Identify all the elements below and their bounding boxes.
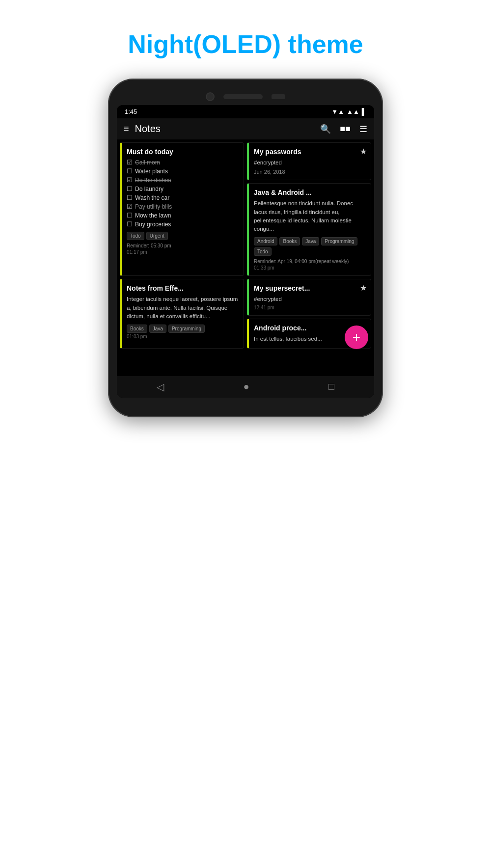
- note-title: Java & Android ...: [254, 189, 366, 196]
- note-card-java-android[interactable]: Java & Android ... Pellentesque non tinc…: [247, 183, 371, 276]
- phone-top-bar: [117, 87, 374, 105]
- note-reminder: Reminder: Apr 19, 04:00 pm(repeat weekly…: [254, 259, 366, 264]
- note-reminder: Reminder: 05:30 pm: [127, 243, 239, 248]
- checkbox-icon: ☐: [127, 212, 133, 219]
- checkbox-icon: ☑: [127, 203, 133, 210]
- note-card-my-passwords[interactable]: ★ My passwords #encrypted Jun 26, 2018: [247, 142, 371, 180]
- tag-java: Java: [149, 325, 166, 333]
- fingerprint-sensor: [272, 94, 285, 99]
- home-button[interactable]: ●: [243, 381, 249, 392]
- todo-item: ☐ Buy groceries: [127, 220, 239, 228]
- phone-bottom: [117, 398, 374, 408]
- search-icon[interactable]: 🔍: [320, 124, 331, 135]
- todo-item: ☑ Pay utility bills: [127, 203, 239, 210]
- todo-item: ☑ Call mom: [127, 159, 239, 166]
- tag-todo: Todo: [254, 247, 272, 256]
- fab-add-button[interactable]: +: [345, 326, 368, 349]
- phone-shell: 1:45 ▼▲ ▲▲ ▌ ≡ Notes 🔍 ■■ ☰ Must do toda…: [108, 79, 383, 417]
- note-tags: Todo Urgent: [127, 232, 239, 240]
- phone-screen: 1:45 ▼▲ ▲▲ ▌ ≡ Notes 🔍 ■■ ☰ Must do toda…: [117, 105, 374, 398]
- status-bar: 1:45 ▼▲ ▲▲ ▌: [117, 105, 374, 118]
- note-time: 01:33 pm: [254, 265, 366, 271]
- note-title: Must do today: [127, 148, 239, 156]
- checkbox-icon: ☐: [127, 220, 133, 228]
- note-tags: Books Java Programming: [127, 325, 239, 333]
- signal-icon: ▲▲: [347, 108, 359, 115]
- tag-programming: Programming: [168, 325, 205, 333]
- app-bar: ≡ Notes 🔍 ■■ ☰: [117, 118, 374, 139]
- speaker: [223, 94, 263, 99]
- tag-books: Books: [127, 325, 147, 333]
- note-card-my-supersecret[interactable]: ★ My supersecret... #encrypted 12:41 pm: [247, 279, 371, 315]
- star-icon: ★: [360, 147, 367, 156]
- note-time: 01:17 pm: [127, 249, 239, 255]
- app-bar-actions: 🔍 ■■ ☰: [320, 124, 367, 135]
- status-time: 1:45: [125, 108, 137, 115]
- tag-urgent: Urgent: [146, 232, 168, 240]
- todo-item: ☐ Mow the lawn: [127, 212, 239, 219]
- sort-icon[interactable]: ☰: [359, 124, 367, 135]
- note-title: My passwords: [254, 148, 366, 156]
- note-tags: Android Books Java Programming Todo: [254, 237, 366, 256]
- tag-todo: Todo: [127, 232, 144, 240]
- note-time: 01:03 pm: [127, 334, 239, 339]
- theme-title: Night(OLED) theme: [128, 29, 363, 59]
- star-icon: ★: [360, 283, 367, 293]
- fab-container: +: [117, 352, 374, 376]
- menu-icon[interactable]: ≡: [124, 124, 129, 134]
- notes-grid: Must do today ☑ Call mom ☐ Water plants …: [117, 139, 374, 352]
- note-time: 12:41 pm: [254, 305, 366, 310]
- note-card-must-do-today[interactable]: Must do today ☑ Call mom ☐ Water plants …: [120, 142, 244, 276]
- tag-android: Android: [254, 237, 277, 245]
- todo-item: ☐ Water plants: [127, 167, 239, 175]
- note-body: Integer iaculis neque laoreet, posuere i…: [127, 295, 239, 321]
- app-bar-title: Notes: [135, 123, 315, 135]
- todo-item: ☐ Do laundry: [127, 185, 239, 192]
- note-body: Pellentesque non tincidunt nulla. Donec …: [254, 199, 366, 233]
- checkbox-icon: ☐: [127, 167, 133, 175]
- tag-programming: Programming: [321, 237, 357, 245]
- camera: [206, 92, 215, 101]
- note-body: #encrypted: [254, 159, 366, 167]
- wifi-icon: ▼▲: [331, 108, 344, 115]
- note-title: Notes from Effe...: [127, 284, 239, 292]
- note-body: #encrypted: [254, 295, 366, 303]
- recents-button[interactable]: □: [328, 381, 334, 392]
- note-title: My supersecret...: [254, 284, 366, 292]
- checkbox-icon: ☐: [127, 185, 133, 192]
- tag-java: Java: [302, 237, 319, 245]
- note-date: Jun 26, 2018: [254, 169, 366, 175]
- view-toggle-icon[interactable]: ■■: [340, 124, 351, 134]
- checkbox-icon: ☑: [127, 176, 133, 184]
- todo-item: ☑ Do the dishes: [127, 176, 239, 184]
- note-card-notes-from-effe[interactable]: Notes from Effe... Integer iaculis neque…: [120, 279, 244, 349]
- battery-icon: ▌: [362, 108, 366, 115]
- bottom-nav: ◁ ● □: [117, 376, 374, 398]
- todo-item: ☐ Wash the car: [127, 194, 239, 201]
- checkbox-icon: ☑: [127, 159, 133, 166]
- tag-books: Books: [279, 237, 300, 245]
- checkbox-icon: ☐: [127, 194, 133, 201]
- status-icons: ▼▲ ▲▲ ▌: [331, 108, 366, 115]
- back-button[interactable]: ◁: [157, 381, 164, 393]
